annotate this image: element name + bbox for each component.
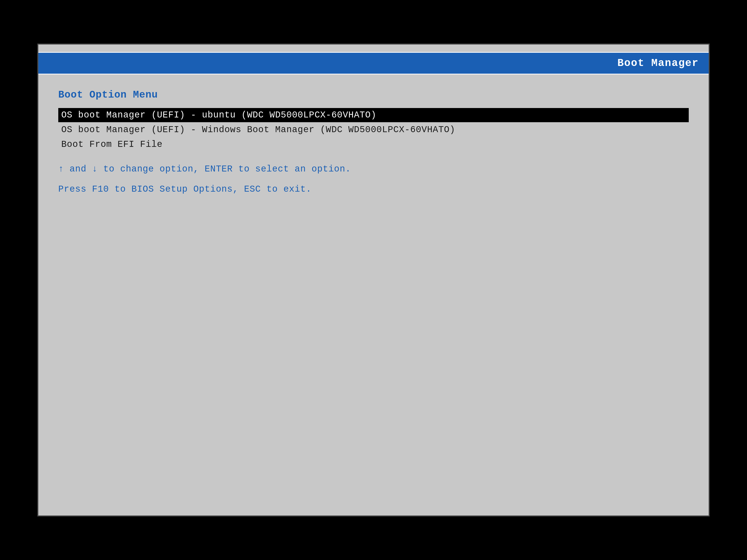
boot-options-list: OS boot Manager (UEFI) - ubuntu (WDC WD5… (58, 108, 689, 152)
boot-option-ubuntu[interactable]: OS boot Manager (UEFI) - ubuntu (WDC WD5… (58, 108, 689, 122)
section-title: Boot Option Menu (58, 89, 689, 101)
hint-keys: Press F10 to BIOS Setup Options, ESC to … (58, 184, 689, 194)
title-bar: Boot Manager (38, 52, 709, 74)
title-bar-text: Boot Manager (618, 57, 699, 69)
boot-option-windows[interactable]: OS boot Manager (UEFI) - Windows Boot Ma… (58, 123, 689, 137)
boot-option-efi[interactable]: Boot From EFI File (58, 137, 689, 152)
hint-navigate: ↑ and ↓ to change option, ENTER to selec… (58, 164, 689, 174)
content-area: Boot Option Menu OS boot Manager (UEFI) … (38, 74, 709, 209)
screen-container: Boot Manager Boot Option Menu OS boot Ma… (37, 44, 710, 516)
